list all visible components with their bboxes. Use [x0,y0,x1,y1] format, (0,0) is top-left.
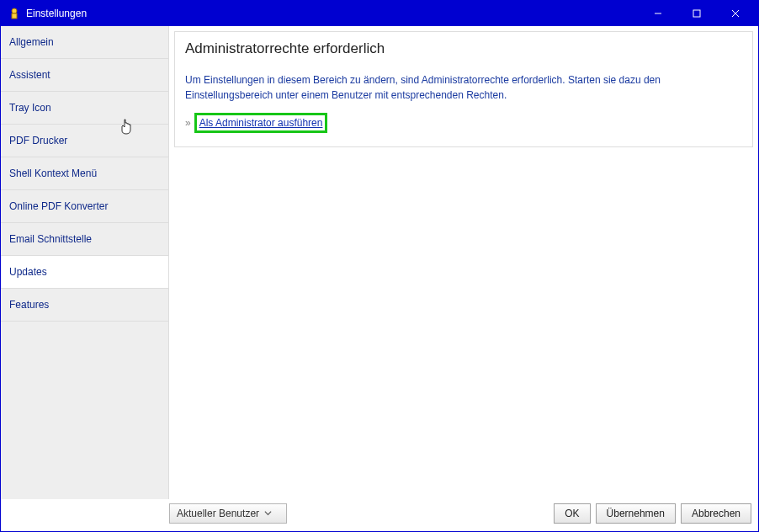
sidebar-item-assistent[interactable]: Assistent [1,59,168,92]
sidebar-item-label: Features [9,299,49,311]
run-as-admin-link[interactable]: Als Administrator ausführen [199,117,323,129]
content-area: Administratorrechte erforderlich Um Eins… [169,26,758,499]
sidebar-item-online-pdf[interactable]: Online PDF Konverter [1,190,168,223]
sidebar-item-shell-kontext[interactable]: Shell Kontext Menü [1,157,168,190]
sidebar: Allgemein Assistent Tray Icon PDF Drucke… [1,26,169,499]
sidebar-item-label: Updates [9,266,47,278]
chevron-down-icon [264,508,272,519]
dropdown-label: Aktueller Benutzer [177,508,259,519]
minimize-button[interactable] [639,1,677,26]
admin-required-text: Um Einstellungen in diesem Bereich zu än… [185,72,742,103]
sidebar-item-label: Assistent [9,69,50,81]
settings-window: Einstellungen Allgemein Assistent Tray I… [0,0,759,532]
sidebar-item-label: Allgemein [9,36,54,48]
pointer-cursor-icon [119,119,133,140]
sidebar-item-label: Email Schnittstelle [9,233,92,245]
app-icon [8,7,21,20]
sidebar-item-label: Tray Icon [9,102,51,114]
sidebar-item-allgemein[interactable]: Allgemein [1,26,168,59]
sidebar-item-label: Shell Kontext Menü [9,168,97,179]
content-body: Um Einstellungen in diesem Bereich zu än… [185,72,742,133]
button-label: OK [565,508,579,519]
sidebar-item-label: Online PDF Konverter [9,200,108,212]
sidebar-item-tray-icon[interactable]: Tray Icon [1,92,168,125]
titlebar: Einstellungen [1,1,758,26]
button-label: Übernehmen [607,508,665,519]
window-body: Allgemein Assistent Tray Icon PDF Drucke… [1,26,758,499]
admin-link-highlight: Als Administrator ausführen [194,113,328,133]
link-prefix-arrow: » [185,115,191,130]
sidebar-item-email[interactable]: Email Schnittstelle [1,223,168,256]
maximize-button[interactable] [677,1,716,26]
footer: Aktueller Benutzer OK Übernehmen Abbrech… [1,499,758,531]
ok-button[interactable]: OK [554,503,590,524]
sidebar-item-label: PDF Drucker [9,135,67,146]
user-scope-dropdown[interactable]: Aktueller Benutzer [169,503,287,524]
content-panel: Administratorrechte erforderlich Um Eins… [174,31,753,147]
cancel-button[interactable]: Abbrechen [681,503,751,524]
svg-rect-1 [12,13,17,19]
apply-button[interactable]: Übernehmen [596,503,676,524]
content-heading: Administratorrechte erforderlich [185,40,742,57]
sidebar-item-features[interactable]: Features [1,289,168,322]
window-controls [639,1,755,26]
close-button[interactable] [716,1,755,26]
window-title: Einstellungen [26,8,639,19]
button-label: Abbrechen [692,508,740,519]
svg-point-0 [12,8,17,13]
admin-link-row: » Als Administrator ausführen [185,113,742,133]
sidebar-item-updates[interactable]: Updates [1,256,168,289]
sidebar-item-pdf-drucker[interactable]: PDF Drucker [1,125,168,157]
svg-rect-3 [693,10,700,17]
